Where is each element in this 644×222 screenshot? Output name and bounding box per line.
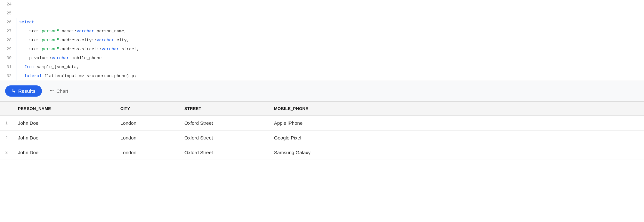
line-number: 32 bbox=[0, 72, 17, 81]
results-label: Results bbox=[18, 88, 36, 94]
line-number: 30 bbox=[0, 54, 17, 63]
line-content: src:"person".address.street::varchar str… bbox=[17, 45, 139, 54]
line-content: src:"person".name::varchar person_name, bbox=[17, 27, 126, 36]
cell-mobile_phone: Samsung Galaxy bbox=[269, 145, 644, 160]
line-content: p.value::varchar mobile_phone bbox=[17, 54, 101, 63]
code-line: 32 lateral flatten(input => src:person.p… bbox=[0, 72, 644, 81]
line-number: 25 bbox=[0, 9, 17, 18]
line-number: 24 bbox=[0, 0, 17, 9]
cell-row_num: 2 bbox=[0, 131, 13, 145]
code-line: 24 bbox=[0, 0, 644, 9]
cell-person_name: John Doe bbox=[13, 116, 115, 131]
code-line: 25 bbox=[0, 9, 644, 18]
cell-city: London bbox=[115, 131, 179, 145]
code-line: 29 src:"person".address.street::varchar … bbox=[0, 45, 644, 54]
cell-person_name: John Doe bbox=[13, 131, 115, 145]
code-token: from bbox=[24, 65, 34, 69]
code-token: src: bbox=[19, 47, 39, 52]
column-header-street: STREET bbox=[179, 102, 269, 116]
cell-street: Oxford Street bbox=[179, 116, 269, 131]
code-token: mobile_phone bbox=[69, 56, 101, 60]
code-token: varchar bbox=[97, 38, 114, 43]
code-token: "person" bbox=[39, 38, 59, 43]
code-token: "person" bbox=[39, 47, 59, 52]
cell-street: Oxford Street bbox=[179, 145, 269, 160]
table-row: 2John DoeLondonOxford StreetGoogle Pixel bbox=[0, 131, 644, 145]
cell-row_num: 3 bbox=[0, 145, 13, 160]
table-section: PERSON_NAMECITYSTREETMOBILE_PHONE1John D… bbox=[0, 101, 644, 160]
cell-mobile_phone: Apple iPhone bbox=[269, 116, 644, 131]
code-token: street, bbox=[119, 47, 139, 52]
code-token: varchar bbox=[76, 29, 94, 34]
results-arrow-icon: ↳ bbox=[12, 88, 16, 94]
chart-button[interactable]: 〜 Chart bbox=[46, 85, 72, 97]
toolbar: ↳ Results 〜 Chart bbox=[0, 81, 644, 101]
line-number: 27 bbox=[0, 27, 17, 36]
code-token: src: bbox=[19, 29, 39, 34]
code-token: city, bbox=[114, 38, 129, 43]
line-content: from sample_json_data, bbox=[17, 63, 79, 72]
table-row: 1John DoeLondonOxford StreetApple iPhone bbox=[0, 116, 644, 131]
column-header-row_num bbox=[0, 102, 13, 116]
code-token: person_name, bbox=[94, 29, 126, 34]
code-token: flatten(input => src:person.phone) p; bbox=[42, 74, 136, 78]
cell-city: London bbox=[115, 116, 179, 131]
line-number: 31 bbox=[0, 63, 17, 72]
line-number: 26 bbox=[0, 18, 17, 27]
code-token: .address.street:: bbox=[59, 47, 102, 52]
line-number: 28 bbox=[0, 36, 17, 45]
column-header-mobile_phone: MOBILE_PHONE bbox=[269, 102, 644, 116]
code-token bbox=[19, 74, 24, 78]
code-line: 28 src:"person".address.city::varchar ci… bbox=[0, 36, 644, 45]
line-number: 29 bbox=[0, 45, 17, 54]
code-line: 26select bbox=[0, 18, 644, 27]
code-token: .name:: bbox=[59, 29, 77, 34]
code-line: 27 src:"person".name::varchar person_nam… bbox=[0, 27, 644, 36]
line-content: lateral flatten(input => src:person.phon… bbox=[17, 72, 137, 81]
code-token: sample_json_data, bbox=[34, 65, 79, 69]
code-token: .address.city:: bbox=[59, 38, 97, 43]
cell-city: London bbox=[115, 145, 179, 160]
line-content: src:"person".address.city::varchar city, bbox=[17, 36, 129, 45]
code-token bbox=[19, 65, 24, 69]
line-content: select bbox=[17, 18, 34, 27]
code-section: 242526select27 src:"person".name::varcha… bbox=[0, 0, 644, 81]
results-table: PERSON_NAMECITYSTREETMOBILE_PHONE1John D… bbox=[0, 101, 644, 160]
chart-label: Chart bbox=[56, 88, 68, 94]
chart-icon: 〜 bbox=[50, 88, 54, 94]
column-header-person_name: PERSON_NAME bbox=[13, 102, 115, 116]
code-line: 31 from sample_json_data, bbox=[0, 63, 644, 72]
cell-person_name: John Doe bbox=[13, 145, 115, 160]
code-token: lateral bbox=[24, 74, 42, 78]
code-token: p.value:: bbox=[19, 56, 52, 60]
cell-street: Oxford Street bbox=[179, 131, 269, 145]
column-header-city: CITY bbox=[115, 102, 179, 116]
cell-row_num: 1 bbox=[0, 116, 13, 131]
code-token: "person" bbox=[39, 29, 59, 34]
cell-mobile_phone: Google Pixel bbox=[269, 131, 644, 145]
code-token: varchar bbox=[101, 47, 119, 52]
code-token: varchar bbox=[52, 56, 69, 60]
table-row: 3John DoeLondonOxford StreetSamsung Gala… bbox=[0, 145, 644, 160]
results-button[interactable]: ↳ Results bbox=[5, 85, 42, 97]
code-token: select bbox=[19, 20, 34, 25]
code-line: 30 p.value::varchar mobile_phone bbox=[0, 54, 644, 63]
code-token: src: bbox=[19, 38, 39, 43]
